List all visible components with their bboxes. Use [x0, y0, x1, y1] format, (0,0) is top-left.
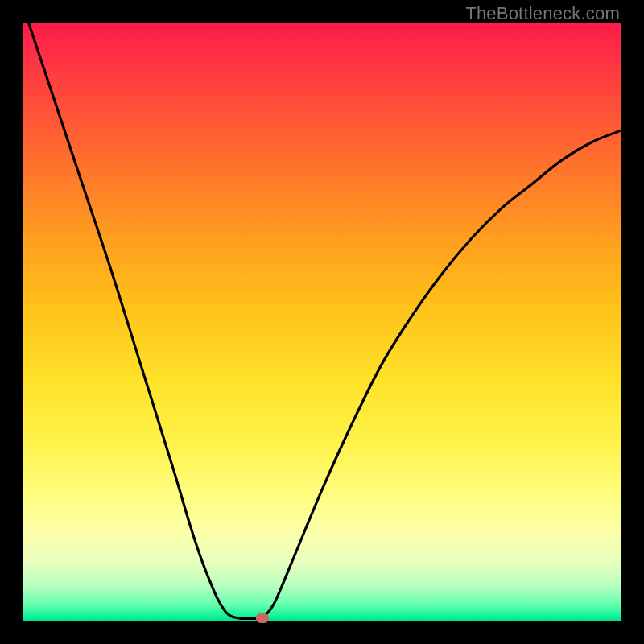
- bottleneck-curve: [23, 23, 621, 621]
- min-point-marker: [256, 613, 269, 623]
- curve-path: [28, 23, 621, 620]
- watermark-text: TheBottleneck.com: [465, 3, 620, 24]
- plot-area: [23, 23, 621, 621]
- outer-frame: TheBottleneck.com: [0, 0, 644, 644]
